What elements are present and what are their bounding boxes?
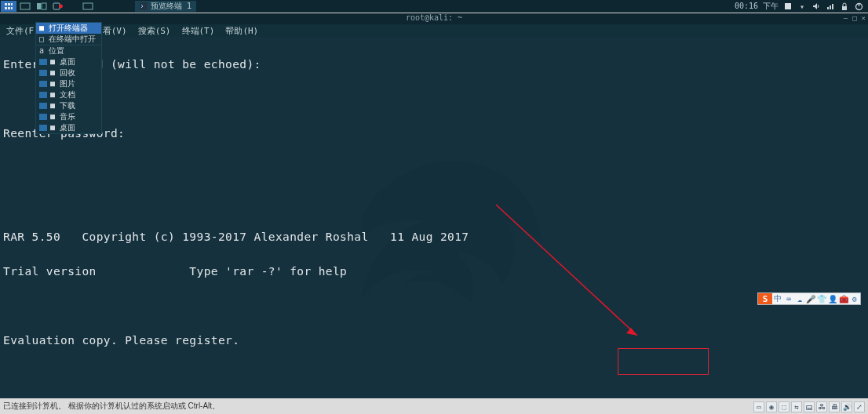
svg-rect-5 xyxy=(83,3,93,9)
svg-rect-10 xyxy=(832,4,833,9)
terminal-window: root@kali: ~ — □ × 文件(F) 编辑(E) 查看(V) 搜索(… xyxy=(0,13,868,398)
power-icon[interactable] xyxy=(854,2,863,11)
svg-rect-9 xyxy=(830,5,831,9)
folder-icon xyxy=(39,81,47,87)
svg-rect-1 xyxy=(37,3,41,9)
ime-keyboard-icon[interactable]: ⌨ xyxy=(783,293,794,304)
term-line xyxy=(3,159,865,176)
svg-rect-6 xyxy=(140,2,148,10)
svg-rect-11 xyxy=(842,6,847,10)
ime-cloud-icon[interactable]: ☁ xyxy=(794,293,805,304)
folder-icon xyxy=(39,103,47,109)
vm-tray-icon[interactable]: 🔊 xyxy=(841,401,852,412)
dropdown-item[interactable]: □ 在终端中打开 xyxy=(36,34,101,45)
folder-icon xyxy=(39,59,47,65)
ime-mic-icon[interactable]: 🎤 xyxy=(805,293,816,304)
menu-file[interactable]: 文件(F) xyxy=(6,25,39,37)
menu-term[interactable]: 终端(T) xyxy=(182,25,215,37)
terminal-icon xyxy=(140,2,148,10)
workspace2-icon[interactable] xyxy=(34,1,49,12)
dropdown-item[interactable]: a 位置 xyxy=(36,45,101,56)
maximize-button[interactable]: □ xyxy=(852,14,856,22)
ime-user-icon[interactable]: 👤 xyxy=(827,293,838,304)
folder-icon xyxy=(39,125,47,131)
term-line xyxy=(3,297,865,314)
lock-icon[interactable] xyxy=(840,2,849,11)
workspace3-icon[interactable] xyxy=(80,1,96,12)
dropdown-item[interactable]: ■ 文档 xyxy=(36,89,101,100)
ime-lang-icon[interactable]: 中 xyxy=(772,293,783,304)
folder-icon xyxy=(39,114,47,120)
svg-rect-2 xyxy=(42,3,46,9)
dropdown-item[interactable]: ■ 桌面 xyxy=(36,56,101,67)
term-line xyxy=(3,90,865,107)
folder-icon xyxy=(39,70,47,76)
term-line: Evaluation copy. Please register. xyxy=(3,332,865,349)
vm-tray-icon[interactable]: ⤢ xyxy=(854,401,865,412)
task-label: 预览终端 1 xyxy=(151,1,191,12)
places-dropdown: ■ 打开终端器 □ 在终端中打开 a 位置 ■ 桌面 ■ 回收 ■ 图片 ■ 文… xyxy=(35,22,102,134)
folder-icon xyxy=(39,92,47,98)
clock-text: 00:16 下午 xyxy=(735,1,779,12)
term-line: Enter password (will not be echoed): xyxy=(3,56,865,73)
vm-tray-icon[interactable]: 🖶 xyxy=(829,401,840,412)
svg-point-4 xyxy=(59,5,63,9)
network-icon[interactable] xyxy=(826,2,835,11)
menu-help[interactable]: 帮助(H) xyxy=(225,25,258,37)
ime-skin-icon[interactable]: 👕 xyxy=(816,293,827,304)
window-title: root@kali: ~ xyxy=(406,13,462,22)
minimize-button[interactable]: — xyxy=(844,14,848,22)
svg-rect-8 xyxy=(827,7,829,9)
caret-down-icon[interactable]: ▾ xyxy=(797,2,807,11)
svg-rect-7 xyxy=(785,3,791,9)
ime-toolbox-icon[interactable]: 🧰 xyxy=(838,293,849,304)
terminal-body[interactable]: Enter password (will not be echoed): Ree… xyxy=(0,37,868,398)
system-tray: 00:16 下午 ▾ xyxy=(735,1,868,12)
term-line: Trial version Type 'rar -?' for help xyxy=(3,263,865,280)
system-taskbar: 预览终端 1 00:16 下午 ▾ xyxy=(0,0,868,13)
menu-search[interactable]: 搜索(S) xyxy=(138,25,171,37)
workspace1-icon[interactable] xyxy=(17,1,33,12)
dropdown-item[interactable]: ■ 打开终端器 xyxy=(36,23,101,34)
svg-rect-3 xyxy=(53,3,60,9)
dropdown-item[interactable]: ■ 桌面 xyxy=(36,122,101,133)
terminal-menubar: 文件(F) 编辑(E) 查看(V) 搜索(S) 终端(T) 帮助(H) xyxy=(0,24,868,37)
vm-tray-icon[interactable]: ◉ xyxy=(766,401,777,412)
vm-tray-icon[interactable]: ⇆ xyxy=(791,401,802,412)
ime-settings-icon[interactable]: ⚙ xyxy=(849,293,860,304)
apps-menu-icon[interactable] xyxy=(1,1,16,12)
square-tray-icon[interactable] xyxy=(783,2,793,11)
dropdown-item[interactable]: ■ 回收 xyxy=(36,67,101,78)
ime-toolbar[interactable]: S 中 ⌨ ☁ 🎤 👕 👤 🧰 ⚙ xyxy=(757,292,861,305)
vm-tray: ▭ ◉ ⬚ ⇆ 🖴 🖧 🖶 🔊 ⤢ xyxy=(753,401,865,412)
term-line xyxy=(3,366,865,383)
dropdown-item[interactable]: ■ 下载 xyxy=(36,100,101,111)
vm-tray-icon[interactable]: 🖧 xyxy=(816,401,827,412)
close-button[interactable]: × xyxy=(862,14,866,22)
vm-tray-icon[interactable]: ⬚ xyxy=(779,401,790,412)
dropdown-item[interactable]: ■ 音乐 xyxy=(36,111,101,122)
taskbar-task[interactable]: 预览终端 1 xyxy=(135,1,196,12)
volume-icon[interactable] xyxy=(811,2,821,11)
svg-rect-0 xyxy=(20,3,30,9)
vm-status-text: 已连接到计算机。 根据你的计算机认过的系统启动或 Ctrl-Alt。 xyxy=(3,401,220,412)
dropdown-item[interactable]: ■ 图片 xyxy=(36,78,101,89)
term-line: RAR 5.50 Copyright (c) 1993-2017 Alexand… xyxy=(3,228,865,245)
term-line xyxy=(3,194,865,211)
ime-logo[interactable]: S xyxy=(758,293,772,304)
record-icon[interactable] xyxy=(50,1,66,12)
window-titlebar[interactable]: root@kali: ~ — □ × xyxy=(0,13,868,24)
vm-tray-icon[interactable]: ▭ xyxy=(753,401,764,412)
vm-tray-icon[interactable]: 🖴 xyxy=(804,401,815,412)
term-line: Reenter password: xyxy=(3,125,865,142)
